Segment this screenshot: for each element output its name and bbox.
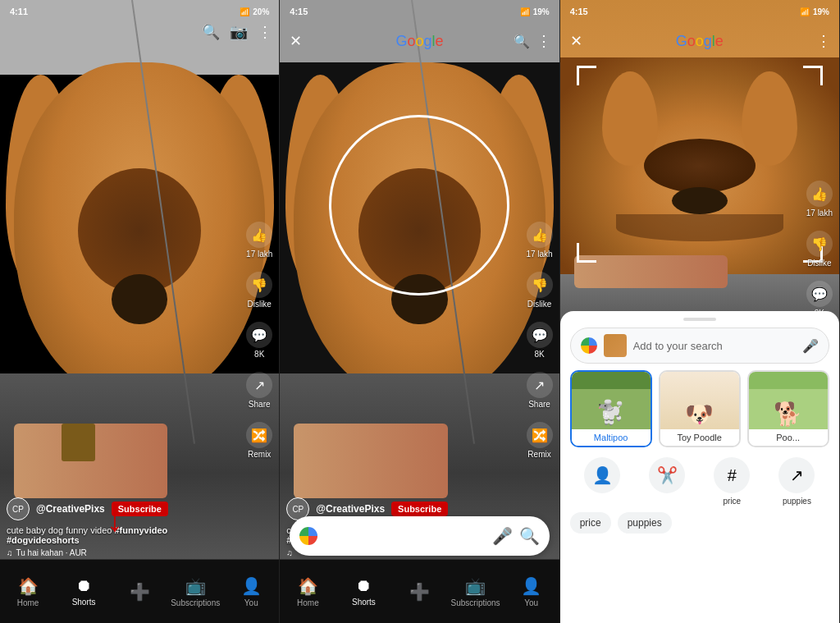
dislike-icon[interactable]: 👎 <box>246 272 272 298</box>
lens-icon-2[interactable]: 🔍 <box>519 526 540 546</box>
subscribe-button-2[interactable]: Subscribe <box>391 502 448 516</box>
channel-avatar-1: CP <box>7 497 30 520</box>
youtube-navbar-1: 🏠 Home ⏺ Shorts ➕ 📺 Subscriptions 👤 You <box>0 559 279 623</box>
share-button[interactable]: ↗ Share <box>246 372 272 409</box>
add-icon-1: ➕ <box>130 582 150 602</box>
nav-shorts-2[interactable]: ⏺ Shorts <box>336 576 391 607</box>
breed-card-poo[interactable]: Poo... <box>747 370 829 447</box>
dislike-label-2: Dislike <box>527 300 551 309</box>
share-icon-2[interactable]: ↗ <box>527 372 553 398</box>
dislike-button-3[interactable]: 👎 Dislike <box>806 231 833 268</box>
close-button-3[interactable]: ✕ <box>570 32 582 50</box>
comment-button[interactable]: 💬 8K <box>246 322 272 359</box>
search-add-text-3: Add to your search <box>633 340 796 352</box>
comment-count: 8K <box>254 350 264 359</box>
nav-home-2[interactable]: 🏠 Home <box>280 576 336 607</box>
top-toolbar-1[interactable]: 🔍 📷 ⋮ <box>202 23 272 41</box>
dislike-button-2[interactable]: 👎 Dislike <box>527 272 553 309</box>
remix-label-2: Remix <box>527 450 550 459</box>
like-count-3: 17 lakh <box>806 208 833 218</box>
google-searchbar-2[interactable]: 🎤 🔍 <box>290 516 549 556</box>
dislike-button[interactable]: 👎 Dislike <box>246 272 272 309</box>
side-toolbar-2: 👍 17 lakh 👎 Dislike 💬 8K ↗ Share 🔀 Remix <box>526 222 552 459</box>
like-button[interactable]: 👍 17 lakh <box>246 222 272 259</box>
nav-add-1[interactable]: ➕ <box>112 582 167 602</box>
google-header-2: ✕ Google 🔍 ⋮ <box>280 23 559 59</box>
music-note-icon-2: ♫ <box>286 548 293 557</box>
like-button-2[interactable]: 👍 17 lakh <box>526 222 552 259</box>
like-icon-2[interactable]: 👍 <box>527 222 553 248</box>
share-button-2[interactable]: ↗ Share <box>527 372 553 409</box>
breed-card-maltipoo[interactable]: Maltipoo <box>570 370 652 447</box>
comment-icon[interactable]: 💬 <box>246 322 272 348</box>
comment-button-2[interactable]: 💬 8K <box>527 322 553 359</box>
channel-name-1: @CreativePixs <box>36 503 105 515</box>
nav-shorts-1[interactable]: ⏺ Shorts <box>56 576 112 607</box>
more-icon-2[interactable]: ⋮ <box>536 32 551 50</box>
status-battery-1: 📶 20% <box>240 7 269 16</box>
nav-you-2[interactable]: 👤 You <box>504 576 559 607</box>
search-icon[interactable]: 🔍 <box>202 23 220 41</box>
remix-button[interactable]: 🔀 Remix <box>246 422 272 459</box>
like-button-3[interactable]: 👍 17 lakh <box>806 181 833 218</box>
status-time-3: 4:15 <box>570 7 588 16</box>
panel-google-lens-active: 4:15 📶 19% ✕ Google 🔍 ⋮ 👍 17 lakh <box>280 0 559 623</box>
nav-home-1[interactable]: 🏠 Home <box>0 576 56 607</box>
subscriptions-icon-1: 📺 <box>185 576 206 596</box>
like-icon-3[interactable]: 👍 <box>806 181 833 207</box>
panel-handle-3[interactable] <box>683 318 716 321</box>
quick-action-translate[interactable]: ✂️ <box>635 457 700 506</box>
breed-label-poo: Poo... <box>749 429 828 446</box>
nav-you-label-2: You <box>524 598 538 607</box>
dog-nose <box>112 274 167 324</box>
status-bar-3: 4:15 📶 19% <box>560 0 839 23</box>
comment-icon-3[interactable]: 💬 <box>806 281 833 307</box>
you-icon-1: 👤 <box>241 576 262 596</box>
panel-youtube-shorts: 4:11 📶 20% 🔍 📷 ⋮ 👍 17 lakh 👎 Dislike <box>0 0 280 623</box>
nav-subscriptions-2[interactable]: 📺 Subscriptions <box>448 576 504 607</box>
status-time-2: 4:15 <box>290 7 308 16</box>
nav-subscriptions-1[interactable]: 📺 Subscriptions <box>167 576 223 607</box>
search-tag-puppies[interactable]: puppies <box>618 512 672 534</box>
lens-search-bar-3[interactable]: Add to your search 🎤 <box>570 328 829 364</box>
scan-corner-tr <box>803 66 823 85</box>
price-label: price <box>724 497 742 506</box>
translate-icon: ✂️ <box>649 457 685 493</box>
quick-action-price[interactable]: # price <box>700 457 765 506</box>
breed-card-toypoodle[interactable]: Toy Poodle <box>659 370 741 447</box>
microphone-icon-3[interactable]: 🎤 <box>802 338 819 354</box>
subscriptions-icon-2: 📺 <box>465 576 486 596</box>
camera-icon[interactable]: 📷 <box>230 23 248 41</box>
search-tag-price[interactable]: price <box>570 512 611 534</box>
like-icon[interactable]: 👍 <box>246 222 272 248</box>
more-icon[interactable]: ⋮ <box>258 23 272 41</box>
panel-google-lens-results: 4:15 📶 19% ✕ Google ⋮ <box>560 0 840 623</box>
microphone-icon-2[interactable]: 🎤 <box>492 526 513 546</box>
remix-label: Remix <box>248 450 271 459</box>
remix-icon[interactable]: 🔀 <box>246 422 272 448</box>
dislike-label-3: Dislike <box>807 259 831 268</box>
remix-icon-2[interactable]: 🔀 <box>527 422 553 448</box>
google-g-logo-2 <box>299 527 317 545</box>
search-icon-2[interactable]: 🔍 <box>514 34 530 49</box>
quick-action-puppies[interactable]: ↗ puppies <box>765 457 829 506</box>
search-tags-3: price puppies <box>560 509 839 537</box>
share-icon[interactable]: ↗ <box>246 372 272 398</box>
dislike-icon-2[interactable]: 👎 <box>527 272 553 298</box>
shorts-icon-1: ⏺ <box>75 576 92 595</box>
google-search-input-2[interactable] <box>324 529 485 543</box>
nav-add-2[interactable]: ➕ <box>391 582 447 602</box>
breed-label-toypoodle: Toy Poodle <box>660 429 739 446</box>
dislike-icon-3[interactable]: 👎 <box>806 231 833 257</box>
remix-button-2[interactable]: 🔀 Remix <box>527 422 553 459</box>
more-icon-3[interactable]: ⋮ <box>816 32 831 50</box>
close-button-2[interactable]: ✕ <box>290 32 302 50</box>
you-icon-2: 👤 <box>521 576 541 596</box>
scan-corner-bl <box>577 243 596 263</box>
nav-you-1[interactable]: 👤 You <box>223 576 279 607</box>
comment-icon-2[interactable]: 💬 <box>527 322 553 348</box>
hand-wrist-2 <box>294 424 447 498</box>
nav-home-label-1: Home <box>17 598 39 607</box>
quick-action-person[interactable]: 👤 <box>570 457 635 506</box>
breed-results-3: Maltipoo Toy Poodle Poo... <box>560 370 839 447</box>
